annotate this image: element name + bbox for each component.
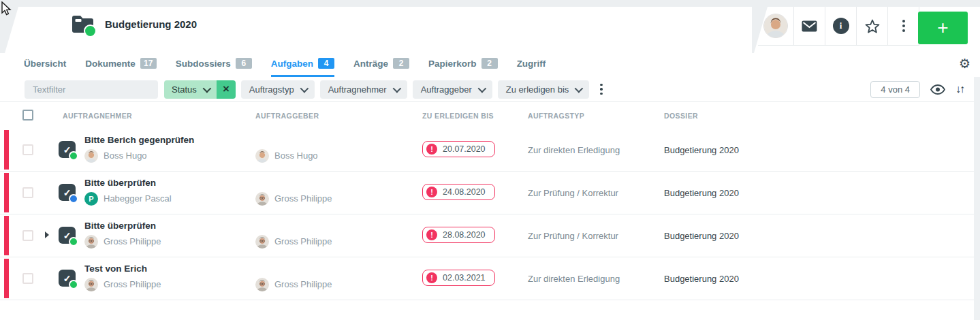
task-status-dot xyxy=(69,237,78,246)
column-header: DOSSIER xyxy=(664,112,698,120)
filter-chips: Status × AuftragstypAuftragnehmerAuftrag… xyxy=(164,80,589,99)
filter-chip-zu-erledigen-bis[interactable]: Zu erledigen bis xyxy=(498,80,590,99)
dossier-name: Budgetierung 2020 xyxy=(664,145,739,155)
tab-zugriff[interactable]: Zugriff xyxy=(517,53,546,77)
status-filter-label: Status xyxy=(172,84,197,95)
page-title: Budgetierung 2020 xyxy=(105,18,197,30)
requester: Boss Hugo xyxy=(255,149,412,163)
column-header: ZU ERLEDIGEN BIS xyxy=(422,112,494,120)
row-checkbox[interactable] xyxy=(22,273,33,284)
task-status-dot xyxy=(69,151,78,161)
requester-name: Gross Philippe xyxy=(274,278,332,291)
assignee-name: Gross Philippe xyxy=(104,235,161,249)
task-type: Zur Prüfung / Korrektur xyxy=(528,231,618,241)
add-button[interactable]: + xyxy=(918,12,968,44)
due-date-badge: ! 24.08.2020 xyxy=(422,184,495,200)
filter-chip-status[interactable]: Status × xyxy=(164,80,236,99)
due-date: 02.03.2021 xyxy=(443,273,486,283)
toolbar-icon-cells: i xyxy=(758,7,919,46)
select-all-checkbox[interactable] xyxy=(22,110,33,121)
dossier-name: Budgetierung 2020 xyxy=(664,188,739,198)
tab-count-badge: 2 xyxy=(393,58,409,69)
assignee: Boss Hugo xyxy=(84,149,251,163)
requester-avatar xyxy=(255,192,269,206)
text-filter-input[interactable] xyxy=(25,80,158,99)
requester: Gross Philippe xyxy=(255,192,412,206)
column-header: AUFTRAGSTYP xyxy=(528,112,584,120)
table-row[interactable]: ✓ Bitte überprüfen P Habegger Pascal Gro… xyxy=(0,172,980,214)
requester-name: Boss Hugo xyxy=(274,149,318,163)
task-icon: ✓ xyxy=(59,184,76,201)
chevron-down-icon xyxy=(202,84,211,93)
task-icon: ✓ xyxy=(59,270,76,287)
tab-subdossiers[interactable]: Subdossiers 6 xyxy=(176,53,252,77)
info-button[interactable]: i xyxy=(825,7,857,45)
assignee: Gross Philippe xyxy=(84,235,251,249)
table-row[interactable]: ✓ Bitte überprüfen Gross Philippe Gross … xyxy=(0,214,980,257)
chevron-down-icon xyxy=(575,84,584,93)
assignee-avatar xyxy=(84,235,98,249)
tab-count-badge: 2 xyxy=(481,58,498,69)
info-icon: i xyxy=(833,18,849,34)
dossier-folder-icon xyxy=(71,14,94,34)
task-status-dot xyxy=(69,194,78,204)
assignee: P Habegger Pascal xyxy=(84,192,251,206)
task-type: Zur direkten Erledigung xyxy=(528,274,620,284)
expand-arrow-icon[interactable] xyxy=(45,231,49,238)
clear-filter-icon[interactable]: × xyxy=(217,80,236,99)
row-checkbox[interactable] xyxy=(22,187,33,198)
filter-chip-auftragstyp[interactable]: Auftragstyp xyxy=(241,80,315,99)
requester: Gross Philippe xyxy=(255,235,412,249)
column-header: AUFTRAGNEHMER xyxy=(63,112,132,120)
table-row[interactable]: ✓ Test von Erich Gross Philippe Gross Ph… xyxy=(0,257,980,300)
filter-more-button[interactable] xyxy=(595,81,608,98)
more-options-button[interactable] xyxy=(888,7,919,45)
requester: Gross Philippe xyxy=(255,278,412,291)
assignee-name: Gross Philippe xyxy=(104,278,161,291)
mail-icon xyxy=(802,20,817,32)
task-title: Bitte überprüfen xyxy=(84,220,251,231)
due-date-badge: ! 02.03.2021 xyxy=(422,270,495,286)
filter-bar: Status × AuftragstypAuftragnehmerAuftrag… xyxy=(0,77,980,102)
eye-icon[interactable] xyxy=(930,84,945,95)
tab-bar: Übersicht Dokumente 17 Subdossiers 6 Auf… xyxy=(0,53,980,77)
more-options-icon xyxy=(902,20,905,32)
task-icon: ✓ xyxy=(59,227,76,244)
assignee-avatar xyxy=(84,278,98,291)
tab-anträge[interactable]: Anträge 2 xyxy=(353,53,409,77)
due-date-badge: ! 20.07.2020 xyxy=(422,141,495,157)
vertical-scrollbar[interactable] xyxy=(974,77,980,320)
requester-name: Gross Philippe xyxy=(274,192,332,206)
task-status-dot xyxy=(69,280,78,289)
task-title: Test von Erich xyxy=(84,263,251,274)
tab-dokumente[interactable]: Dokumente 17 xyxy=(85,53,157,77)
requester-name: Gross Philippe xyxy=(274,235,332,249)
due-date: 28.08.2020 xyxy=(443,230,486,240)
tab-papierkorb[interactable]: Papierkorb 2 xyxy=(428,53,498,77)
tab-aufgaben[interactable]: Aufgaben 4 xyxy=(271,53,334,77)
star-icon xyxy=(864,18,881,34)
filter-chip-auftraggeber[interactable]: Auftraggeber xyxy=(413,80,492,99)
chevron-down-icon xyxy=(392,84,401,93)
due-date: 24.08.2020 xyxy=(443,187,486,197)
row-checkbox[interactable] xyxy=(22,144,33,155)
favorite-button[interactable] xyxy=(857,7,888,45)
task-table: ✓ Bitte Berich gegenprüfen Boss Hugo Bos… xyxy=(0,129,980,300)
requester-avatar xyxy=(255,278,269,291)
row-accent-bar xyxy=(4,173,9,212)
mail-button[interactable] xyxy=(794,7,825,45)
assignee-name: Habegger Pascal xyxy=(104,192,172,206)
sort-icon[interactable]: ↓↑ xyxy=(955,83,964,95)
dossier-heading: Budgetierung 2020 xyxy=(71,14,197,34)
filter-chip-auftragnehmer[interactable]: Auftragnehmer xyxy=(320,80,407,99)
assignee-avatar: P xyxy=(84,192,98,206)
assignee: Gross Philippe xyxy=(84,278,251,291)
table-row[interactable]: ✓ Bitte Berich gegenprüfen Boss Hugo Bos… xyxy=(0,129,980,172)
row-checkbox[interactable] xyxy=(22,230,33,241)
tab-übersicht[interactable]: Übersicht xyxy=(24,53,66,77)
requester-avatar xyxy=(255,235,269,249)
due-date: 20.07.2020 xyxy=(443,144,486,154)
dossier-name: Budgetierung 2020 xyxy=(664,274,739,284)
requester-avatar xyxy=(255,149,269,163)
gear-icon[interactable]: ⚙ xyxy=(959,57,970,70)
